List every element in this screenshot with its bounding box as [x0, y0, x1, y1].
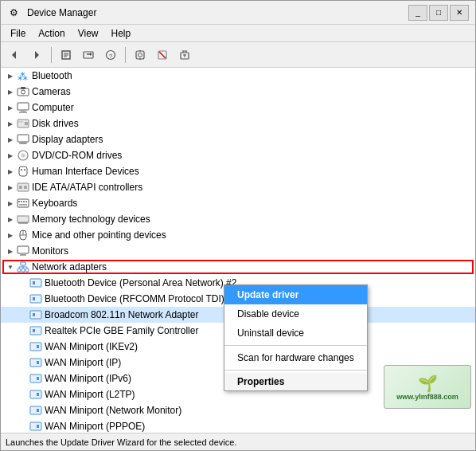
context-menu-properties[interactable]: Properties	[224, 373, 367, 390]
properties-button[interactable]	[56, 45, 76, 65]
monitors-label: Monitors	[32, 245, 68, 257]
maximize-button[interactable]: □	[429, 5, 448, 21]
toolbar-sep-1	[51, 47, 52, 63]
forward-button[interactable]	[26, 45, 47, 65]
svg-rect-83	[30, 375, 41, 382]
expand-bluetooth[interactable]: ▶	[4, 69, 17, 82]
memory-label: Memory technology devices	[32, 214, 150, 225]
tree-item-monitors[interactable]: ▶ Monitors	[1, 243, 475, 259]
svg-text:⁂: ⁂	[18, 70, 28, 82]
svg-rect-82	[37, 361, 39, 364]
disable-device-button[interactable]	[152, 45, 173, 65]
help-button[interactable]: ?	[100, 45, 121, 65]
svg-rect-89	[30, 422, 41, 430]
tree-item-computer[interactable]: ▶ Computer	[1, 100, 475, 116]
display-label: Display adapters	[32, 134, 103, 145]
svg-rect-60	[18, 246, 29, 253]
expand-computer[interactable]: ▶	[4, 101, 17, 114]
wan-icon-1	[29, 340, 42, 353]
status-text: Launches the Update Driver Wizard for th…	[6, 437, 236, 447]
wan-pppoe-label: WAN Miniport (PPPOE)	[45, 421, 145, 432]
svg-rect-72	[33, 281, 35, 284]
context-menu-uninstall[interactable]: Uninstall device	[224, 324, 367, 343]
context-menu-scan[interactable]: Scan for hardware changes	[224, 348, 367, 367]
svg-rect-42	[19, 186, 22, 189]
wan-icon-4	[29, 388, 42, 401]
tree-item-cameras[interactable]: ▶ Cameras	[1, 84, 475, 100]
tree-item-dvd[interactable]: ▶ DVD/CD-ROM drives	[1, 147, 475, 163]
svg-rect-78	[33, 329, 35, 332]
expand-hid[interactable]: ▶	[4, 165, 17, 178]
tree-item-keyboards[interactable]: ▶ Keyboards	[1, 195, 475, 211]
svg-rect-88	[37, 409, 39, 412]
expand-monitors[interactable]: ▶	[4, 245, 17, 257]
expand-memory[interactable]: ▶	[4, 213, 17, 226]
expand-keyboards[interactable]: ▶	[4, 197, 17, 210]
adapter-icon-2	[29, 292, 42, 305]
svg-marker-0	[12, 51, 16, 59]
expand-mice[interactable]: ▶	[4, 229, 17, 241]
tree-item-wan-pppoe[interactable]: WAN Miniport (PPPOE)	[1, 418, 475, 433]
svg-text:?: ?	[109, 53, 113, 60]
expand-disk[interactable]: ▶	[4, 117, 17, 130]
uninstall-button[interactable]	[174, 45, 195, 65]
tree-item-bluetooth[interactable]: ▶ ⁂ Bluetooth	[1, 68, 475, 84]
adapter-icon-1	[29, 276, 42, 289]
menu-view[interactable]: View	[72, 26, 105, 41]
expand-dvd[interactable]: ▶	[4, 149, 17, 162]
tree-item-disk[interactable]: ▶ Disk drives	[1, 116, 475, 131]
wan-icon-3	[29, 372, 42, 385]
svg-rect-6	[84, 52, 93, 58]
menu-help[interactable]: Help	[105, 26, 138, 41]
svg-rect-87	[30, 406, 41, 414]
minimize-button[interactable]: _	[408, 5, 427, 21]
tree-item-mice[interactable]: ▶ Mice and other pointing devices	[1, 227, 475, 243]
svg-point-39	[21, 169, 22, 171]
dvd-icon	[17, 149, 29, 162]
broadcom-label: Broadcom 802.11n Network Adapter	[45, 309, 198, 320]
keyboard-icon	[17, 197, 29, 210]
context-menu-update-driver[interactable]: Update driver	[224, 285, 367, 304]
wan-l2tp-label: WAN Miniport (L2TP)	[45, 389, 135, 400]
wan-icon-6	[29, 420, 42, 433]
context-menu-disable[interactable]: Disable device	[224, 304, 367, 324]
tree-item-ide[interactable]: ▶ IDE ATA/ATAPI controllers	[1, 179, 475, 195]
svg-rect-27	[18, 103, 29, 110]
svg-rect-43	[24, 186, 27, 189]
adapter-icon-3	[29, 308, 42, 321]
svg-marker-8	[90, 53, 92, 56]
svg-rect-73	[30, 295, 41, 303]
expand-cameras[interactable]: ▶	[4, 85, 17, 98]
tree-item-display[interactable]: ▶ Display adapters	[1, 131, 475, 147]
svg-line-16	[159, 52, 166, 58]
svg-rect-11	[136, 51, 144, 59]
toolbar: ?	[1, 42, 475, 68]
svg-rect-84	[37, 377, 39, 380]
tree-item-memory[interactable]: ▶ Memory technology devices	[1, 211, 475, 227]
hid-icon	[17, 165, 29, 178]
back-button[interactable]	[4, 45, 25, 65]
tree-item-hid[interactable]: ▶ Human Interface Devices	[1, 163, 475, 179]
expand-display[interactable]: ▶	[4, 133, 17, 146]
tree-item-network[interactable]: ▼ Network adapters	[1, 259, 475, 275]
svg-rect-48	[25, 201, 27, 202]
context-menu: Update driver Disable device Uninstall d…	[224, 284, 368, 391]
svg-point-37	[21, 154, 25, 157]
svg-rect-28	[21, 110, 25, 112]
menu-file[interactable]: File	[4, 26, 32, 41]
wan-icon-2	[29, 356, 42, 369]
expand-ide[interactable]: ▶	[4, 181, 17, 194]
svg-rect-33	[18, 135, 29, 142]
svg-point-25	[21, 90, 25, 94]
svg-rect-80	[37, 345, 39, 348]
expand-network[interactable]: ▼	[4, 261, 17, 273]
mice-icon	[17, 229, 29, 241]
menu-action[interactable]: Action	[32, 26, 71, 41]
wan-ipv6-label: WAN Miniport (IPv6)	[45, 373, 131, 384]
memory-icon	[17, 213, 29, 226]
scan-hardware-button[interactable]	[130, 45, 150, 65]
close-button[interactable]: ✕	[450, 5, 469, 21]
svg-rect-77	[30, 327, 41, 335]
update-driver-button[interactable]	[78, 45, 99, 65]
svg-rect-26	[21, 87, 25, 89]
